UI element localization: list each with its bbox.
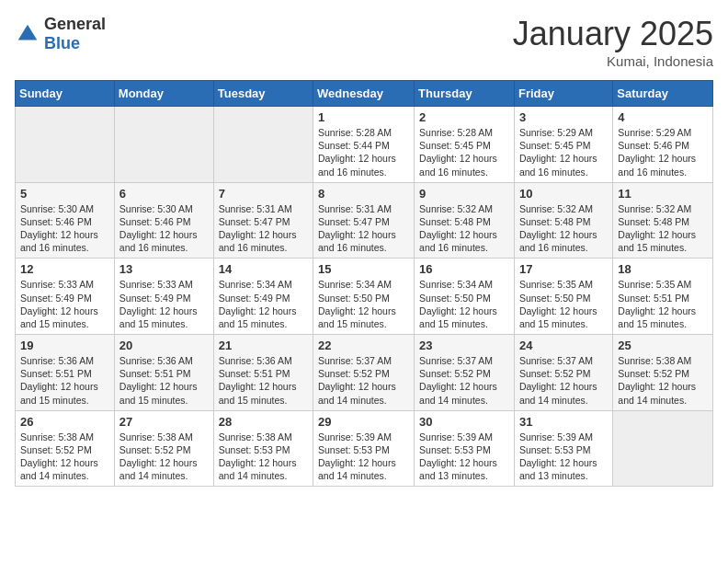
day-number: 12 (20, 262, 109, 276)
day-info: Sunrise: 5:36 AM Sunset: 5:51 PM Dayligh… (119, 354, 209, 407)
calendar-cell: 30Sunrise: 5:39 AM Sunset: 5:53 PM Dayli… (415, 410, 515, 487)
weekday-header-monday: Monday (114, 81, 213, 107)
calendar-title: January 2025 (513, 15, 713, 53)
day-info: Sunrise: 5:39 AM Sunset: 5:53 PM Dayligh… (519, 431, 608, 483)
day-info: Sunrise: 5:36 AM Sunset: 5:51 PM Dayligh… (20, 354, 109, 407)
calendar-cell (16, 107, 115, 183)
day-info: Sunrise: 5:31 AM Sunset: 5:47 PM Dayligh… (318, 202, 409, 255)
day-info: Sunrise: 5:31 AM Sunset: 5:47 PM Dayligh… (219, 202, 308, 255)
day-info: Sunrise: 5:33 AM Sunset: 5:49 PM Dayligh… (119, 278, 209, 330)
day-number: 8 (318, 187, 409, 201)
day-info: Sunrise: 5:38 AM Sunset: 5:52 PM Dayligh… (20, 431, 109, 483)
day-number: 23 (419, 339, 509, 352)
day-number: 2 (419, 110, 509, 124)
calendar-table: SundayMondayTuesdayWednesdayThursdayFrid… (15, 80, 713, 487)
calendar-cell: 15Sunrise: 5:34 AM Sunset: 5:50 PM Dayli… (313, 259, 415, 335)
day-info: Sunrise: 5:34 AM Sunset: 5:50 PM Dayligh… (318, 278, 409, 330)
day-number: 27 (119, 415, 209, 429)
day-number: 19 (20, 339, 109, 352)
calendar-cell: 6Sunrise: 5:30 AM Sunset: 5:46 PM Daylig… (114, 182, 213, 259)
calendar-cell: 11Sunrise: 5:32 AM Sunset: 5:48 PM Dayli… (613, 182, 713, 259)
weekday-header-friday: Friday (514, 81, 612, 107)
weekday-header-wednesday: Wednesday (313, 81, 415, 107)
weekday-header-row: SundayMondayTuesdayWednesdayThursdayFrid… (16, 81, 713, 107)
calendar-cell: 23Sunrise: 5:37 AM Sunset: 5:52 PM Dayli… (415, 335, 515, 411)
calendar-cell: 2Sunrise: 5:28 AM Sunset: 5:45 PM Daylig… (415, 107, 515, 183)
weekday-header-thursday: Thursday (415, 81, 515, 107)
logo: General Blue (15, 15, 106, 53)
calendar-cell: 10Sunrise: 5:32 AM Sunset: 5:48 PM Dayli… (514, 182, 612, 259)
day-info: Sunrise: 5:35 AM Sunset: 5:50 PM Dayligh… (519, 278, 608, 330)
day-info: Sunrise: 5:38 AM Sunset: 5:53 PM Dayligh… (219, 431, 308, 483)
calendar-cell: 1Sunrise: 5:28 AM Sunset: 5:44 PM Daylig… (313, 107, 415, 183)
calendar-cell: 8Sunrise: 5:31 AM Sunset: 5:47 PM Daylig… (313, 182, 415, 259)
calendar-cell: 29Sunrise: 5:39 AM Sunset: 5:53 PM Dayli… (313, 410, 415, 487)
day-number: 13 (119, 262, 209, 276)
day-number: 7 (219, 187, 308, 201)
day-number: 14 (219, 262, 308, 276)
day-number: 4 (618, 110, 708, 124)
day-info: Sunrise: 5:37 AM Sunset: 5:52 PM Dayligh… (419, 354, 509, 407)
day-info: Sunrise: 5:30 AM Sunset: 5:46 PM Dayligh… (119, 202, 209, 255)
calendar-cell: 9Sunrise: 5:32 AM Sunset: 5:48 PM Daylig… (415, 182, 515, 259)
day-info: Sunrise: 5:37 AM Sunset: 5:52 PM Dayligh… (318, 354, 409, 407)
day-info: Sunrise: 5:32 AM Sunset: 5:48 PM Dayligh… (419, 202, 509, 255)
day-number: 31 (519, 415, 608, 429)
calendar-cell: 14Sunrise: 5:34 AM Sunset: 5:49 PM Dayli… (213, 259, 313, 335)
calendar-cell (613, 410, 713, 487)
day-number: 6 (119, 187, 209, 201)
day-number: 29 (318, 415, 409, 429)
calendar-cell: 26Sunrise: 5:38 AM Sunset: 5:52 PM Dayli… (16, 410, 115, 487)
calendar-cell: 22Sunrise: 5:37 AM Sunset: 5:52 PM Dayli… (313, 335, 415, 411)
calendar-cell: 18Sunrise: 5:35 AM Sunset: 5:51 PM Dayli… (613, 259, 713, 335)
calendar-cell: 12Sunrise: 5:33 AM Sunset: 5:49 PM Dayli… (16, 259, 115, 335)
day-info: Sunrise: 5:33 AM Sunset: 5:49 PM Dayligh… (20, 278, 109, 330)
day-number: 15 (318, 262, 409, 276)
calendar-cell (213, 107, 313, 183)
title-block: January 2025 Kumai, Indonesia (513, 15, 713, 69)
calendar-cell: 27Sunrise: 5:38 AM Sunset: 5:52 PM Dayli… (114, 410, 213, 487)
page-header: General Blue January 2025 Kumai, Indones… (15, 15, 713, 69)
calendar-cell: 17Sunrise: 5:35 AM Sunset: 5:50 PM Dayli… (514, 259, 612, 335)
calendar-cell: 28Sunrise: 5:38 AM Sunset: 5:53 PM Dayli… (213, 410, 313, 487)
day-number: 5 (20, 187, 109, 201)
logo-blue-text: Blue (44, 34, 80, 52)
day-info: Sunrise: 5:36 AM Sunset: 5:51 PM Dayligh… (219, 354, 308, 407)
calendar-cell: 21Sunrise: 5:36 AM Sunset: 5:51 PM Dayli… (213, 335, 313, 411)
calendar-subtitle: Kumai, Indonesia (513, 53, 713, 69)
day-number: 26 (20, 415, 109, 429)
logo-general-text: General (44, 15, 106, 33)
day-info: Sunrise: 5:29 AM Sunset: 5:45 PM Dayligh… (519, 126, 608, 178)
day-number: 17 (519, 262, 608, 276)
day-number: 21 (219, 339, 308, 352)
calendar-cell: 16Sunrise: 5:34 AM Sunset: 5:50 PM Dayli… (415, 259, 515, 335)
day-number: 24 (519, 339, 608, 352)
calendar-cell: 19Sunrise: 5:36 AM Sunset: 5:51 PM Dayli… (16, 335, 115, 411)
calendar-cell: 5Sunrise: 5:30 AM Sunset: 5:46 PM Daylig… (16, 182, 115, 259)
week-row-1: 1Sunrise: 5:28 AM Sunset: 5:44 PM Daylig… (16, 107, 713, 183)
calendar-cell: 4Sunrise: 5:29 AM Sunset: 5:46 PM Daylig… (613, 107, 713, 183)
weekday-header-tuesday: Tuesday (213, 81, 313, 107)
logo-icon (15, 21, 40, 47)
day-info: Sunrise: 5:32 AM Sunset: 5:48 PM Dayligh… (618, 202, 708, 255)
calendar-cell: 13Sunrise: 5:33 AM Sunset: 5:49 PM Dayli… (114, 259, 213, 335)
day-info: Sunrise: 5:30 AM Sunset: 5:46 PM Dayligh… (20, 202, 109, 255)
day-info: Sunrise: 5:34 AM Sunset: 5:49 PM Dayligh… (219, 278, 308, 330)
week-row-2: 5Sunrise: 5:30 AM Sunset: 5:46 PM Daylig… (16, 182, 713, 259)
calendar-cell: 20Sunrise: 5:36 AM Sunset: 5:51 PM Dayli… (114, 335, 213, 411)
day-number: 20 (119, 339, 209, 352)
week-row-5: 26Sunrise: 5:38 AM Sunset: 5:52 PM Dayli… (16, 410, 713, 487)
day-info: Sunrise: 5:37 AM Sunset: 5:52 PM Dayligh… (519, 354, 608, 407)
day-number: 11 (618, 187, 708, 201)
day-number: 22 (318, 339, 409, 352)
week-row-3: 12Sunrise: 5:33 AM Sunset: 5:49 PM Dayli… (16, 259, 713, 335)
day-number: 30 (419, 415, 509, 429)
day-number: 9 (419, 187, 509, 201)
day-number: 16 (419, 262, 509, 276)
day-info: Sunrise: 5:39 AM Sunset: 5:53 PM Dayligh… (318, 431, 409, 483)
weekday-header-sunday: Sunday (16, 81, 115, 107)
week-row-4: 19Sunrise: 5:36 AM Sunset: 5:51 PM Dayli… (16, 335, 713, 411)
day-info: Sunrise: 5:38 AM Sunset: 5:52 PM Dayligh… (119, 431, 209, 483)
calendar-cell (114, 107, 213, 183)
day-info: Sunrise: 5:38 AM Sunset: 5:52 PM Dayligh… (618, 354, 708, 407)
